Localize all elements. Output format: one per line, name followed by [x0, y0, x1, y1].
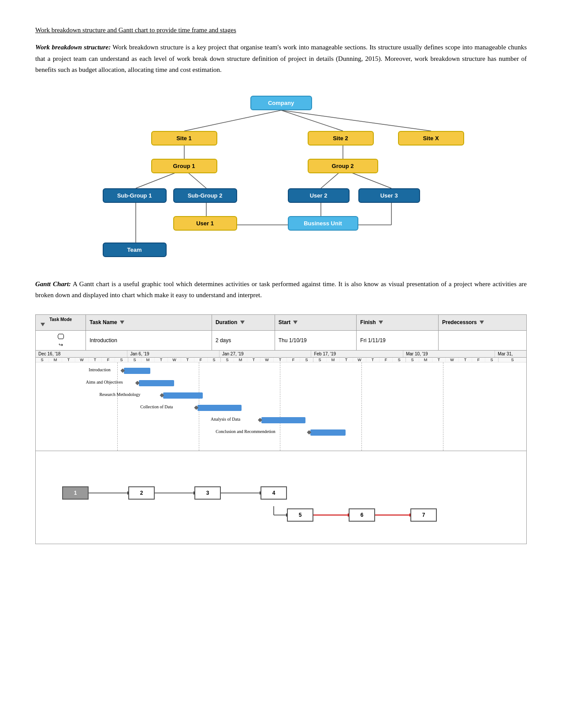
col-predecessors: Predecessors: [439, 314, 527, 330]
task-collection: Collection of Data: [197, 405, 242, 411]
days-jan27: S M T W T F S: [221, 358, 313, 362]
col-duration: Duration: [212, 314, 275, 330]
wbs-connectors: [83, 89, 480, 265]
wbs-business-unit: Business Unit: [288, 216, 358, 231]
filter-icon-mode[interactable]: [41, 323, 45, 327]
gantt-text: A Gantt chart is a useful graphic tool w…: [35, 280, 527, 299]
pred-box-2: 2: [128, 486, 155, 500]
task-collection-label: Collection of Data: [140, 404, 173, 409]
task-name-cell: Introduction: [86, 330, 212, 350]
date-jan27: Jan 27, '19: [220, 351, 311, 357]
col-task-mode: Task Mode: [36, 314, 86, 330]
task-conclusion-label: Conclusion and Recommendetion: [216, 429, 275, 434]
col-task-name: Task Name: [86, 314, 212, 330]
gantt-section: Task Mode Task Name Duration Start: [35, 314, 527, 544]
predecessors-cell: [439, 330, 527, 350]
days-dec16: S M T W T F S: [36, 358, 128, 362]
gantt-chart-area: Dec 16, '18 Jan 6, '19 Jan 27, '19 Feb 1…: [35, 351, 527, 451]
wbs-group1: Group 1: [151, 159, 217, 173]
date-mar10: Mar 10, '19: [403, 351, 495, 357]
wbs-paragraph: Work breakdown structure: Work breakdown…: [35, 42, 527, 76]
pred-box-4: 4: [261, 486, 287, 500]
task-analysis-label: Analysis of Data: [211, 417, 240, 422]
task-conclusion: Conclusion and Recommendetion: [310, 429, 346, 436]
gantt-table: Task Mode Task Name Duration Start: [35, 314, 527, 351]
col-finish: Finish: [357, 314, 439, 330]
predecessors-inner: 1 2 3 4 5 6 7: [49, 460, 513, 530]
wbs-diagram: Company Site 1 Site 2 Site X Group 1 Gro…: [35, 89, 527, 265]
task-mode-icon: 🖵: [57, 333, 64, 341]
pred-box-7: 7: [410, 508, 437, 522]
wbs-user1: User 1: [173, 216, 237, 231]
wbs-heading: Work breakdown structure:: [35, 44, 111, 51]
wbs-site2: Site 2: [308, 131, 374, 146]
wbs-siteX: Site X: [398, 131, 464, 146]
task-research: Research Methodology: [163, 392, 203, 399]
task-introduction-label: Introduction: [89, 367, 110, 372]
duration-cell: 2 days: [212, 330, 275, 350]
wbs-subgroup2: Sub-Group 2: [173, 188, 237, 203]
finish-cell: Fri 1/11/19: [357, 330, 439, 350]
wbs-company: Company: [250, 96, 312, 110]
pred-box-6: 6: [349, 508, 375, 522]
task-research-label: Research Methodology: [99, 392, 140, 397]
task-introduction: Introduction: [124, 368, 150, 374]
col-start: Start: [275, 314, 357, 330]
filter-icon-start[interactable]: [293, 321, 298, 325]
wbs-site1: Site 1: [151, 131, 217, 146]
pred-box-5: 5: [287, 508, 313, 522]
date-mar31: Mar 31,: [495, 351, 526, 357]
wbs-team: Team: [103, 243, 167, 257]
days-jan6: S M T W T F S: [128, 358, 221, 362]
wbs-subgroup1: Sub-Group 1: [103, 188, 167, 203]
pred-box-3: 3: [194, 486, 221, 500]
filter-icon-finish[interactable]: [379, 321, 383, 325]
wbs-container: Company Site 1 Site 2 Site X Group 1 Gro…: [83, 89, 480, 265]
days-feb17: S M T W T F S: [313, 358, 406, 362]
filter-icon-duration[interactable]: [240, 321, 245, 325]
date-jan6: Jan 6, '19: [127, 351, 219, 357]
gantt-paragraph: Gantt Chart: A Gantt chart is a useful g…: [35, 279, 527, 301]
wbs-user3: User 3: [358, 188, 420, 203]
task-mode-arrow: ↪: [59, 342, 63, 348]
wbs-user2: User 2: [288, 188, 350, 203]
gantt-heading: Gantt Chart:: [35, 280, 71, 287]
svg-line-1: [281, 110, 343, 131]
page-title: Work breakdown structure and Gantt chart…: [35, 26, 527, 34]
filter-icon-predecessors[interactable]: [480, 321, 484, 325]
pred-box-1: 1: [62, 486, 89, 500]
date-dec16: Dec 16, '18: [36, 351, 127, 357]
wbs-group2: Group 2: [308, 159, 378, 173]
days-mar10: S M T W T F S: [406, 358, 499, 362]
task-aims-label: Aims and Objectives: [86, 380, 123, 385]
predecessors-chart: 1 2 3 4 5 6 7: [35, 451, 527, 544]
filter-icon-name[interactable]: [120, 321, 124, 325]
svg-line-2: [281, 110, 431, 131]
task-analysis: Analysis of Data: [261, 417, 305, 423]
svg-line-0: [184, 110, 281, 131]
days-mar31: S: [499, 358, 526, 362]
gantt-bars-area: Introduction Aims and Objectives Researc…: [36, 362, 526, 451]
start-cell: Thu 1/10/19: [275, 330, 357, 350]
gantt-table-row: 🖵 ↪ Introduction 2 days Thu 1/10/19 Fri …: [36, 330, 527, 350]
task-aims: Aims and Objectives: [139, 380, 174, 386]
date-feb17: Feb 17, '19: [311, 351, 403, 357]
task-mode-cell: 🖵 ↪: [36, 330, 86, 350]
